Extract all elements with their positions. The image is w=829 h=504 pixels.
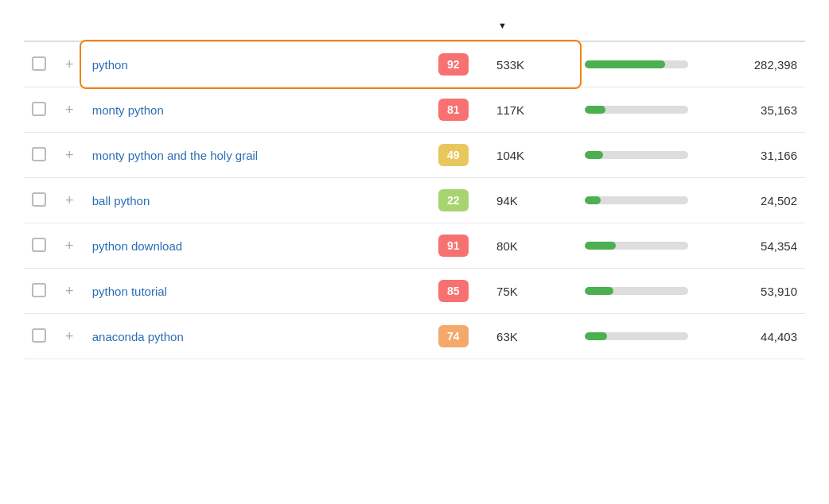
keyword-link[interactable]: python bbox=[92, 58, 128, 72]
header-bar bbox=[577, 8, 718, 41]
row-plus-cell: + bbox=[57, 41, 84, 87]
row-checkbox-cell bbox=[24, 223, 57, 269]
clicks-value: 282,398 bbox=[754, 58, 797, 72]
row-bar-cell bbox=[577, 269, 718, 314]
table-row: + python tutorial 85 75K 53,910 bbox=[24, 269, 805, 314]
volume-bar bbox=[585, 106, 688, 114]
row-volume-cell: 63K bbox=[488, 314, 577, 359]
clicks-value: 44,403 bbox=[761, 330, 797, 343]
checkbox[interactable] bbox=[32, 328, 46, 343]
bar-fill bbox=[585, 151, 603, 159]
row-plus-cell: + bbox=[57, 178, 84, 223]
row-kd-cell: 49 bbox=[418, 133, 488, 178]
row-plus-cell: + bbox=[57, 269, 84, 314]
row-checkbox-cell bbox=[24, 41, 57, 87]
row-kd-cell: 85 bbox=[418, 269, 488, 314]
row-clicks-cell: 44,403 bbox=[717, 314, 805, 359]
keyword-link[interactable]: ball python bbox=[92, 194, 150, 207]
table-body: + python 92 533K 282,398 + monty python bbox=[24, 41, 805, 359]
keyword-link[interactable]: monty python and the holy grail bbox=[92, 149, 258, 162]
plus-icon[interactable]: + bbox=[65, 56, 74, 72]
row-bar-cell bbox=[577, 87, 718, 133]
volume-value: 94K bbox=[496, 194, 518, 207]
table-row: + python 92 533K 282,398 bbox=[24, 41, 805, 87]
volume-value: 80K bbox=[496, 239, 518, 253]
row-bar-cell bbox=[577, 314, 718, 359]
bar-fill bbox=[585, 287, 613, 295]
volume-bar bbox=[585, 332, 688, 340]
row-clicks-cell: 35,163 bbox=[717, 87, 805, 133]
row-checkbox-cell bbox=[24, 133, 57, 178]
header-checkbox-col bbox=[24, 8, 57, 41]
keyword-link[interactable]: anaconda python bbox=[92, 330, 184, 343]
table-header-row: ▼ bbox=[24, 8, 805, 41]
checkbox[interactable] bbox=[32, 147, 46, 161]
checkbox[interactable] bbox=[32, 192, 46, 207]
volume-bar bbox=[585, 287, 688, 295]
row-checkbox-cell bbox=[24, 314, 57, 359]
row-bar-cell bbox=[577, 41, 718, 87]
clicks-value: 53,910 bbox=[761, 285, 797, 298]
row-clicks-cell: 53,910 bbox=[717, 269, 805, 314]
bar-fill bbox=[585, 106, 605, 114]
plus-icon[interactable]: + bbox=[65, 238, 74, 254]
checkbox[interactable] bbox=[32, 56, 46, 71]
clicks-value: 35,163 bbox=[761, 103, 797, 117]
row-volume-cell: 533K bbox=[488, 41, 577, 87]
table-row: + anaconda python 74 63K 44,403 bbox=[24, 314, 805, 359]
row-keyword-cell: ball python bbox=[84, 178, 418, 223]
checkbox[interactable] bbox=[32, 238, 46, 252]
checkbox[interactable] bbox=[32, 102, 46, 116]
row-kd-cell: 22 bbox=[418, 178, 488, 223]
row-kd-cell: 74 bbox=[418, 314, 488, 359]
kd-badge: 49 bbox=[438, 144, 469, 166]
kd-badge: 85 bbox=[438, 280, 469, 302]
volume-value: 117K bbox=[496, 103, 524, 117]
header-plus-col bbox=[57, 8, 84, 41]
row-clicks-cell: 282,398 bbox=[717, 41, 805, 87]
table-row: + ball python 22 94K 24,502 bbox=[24, 178, 805, 223]
clicks-value: 24,502 bbox=[761, 194, 797, 207]
keyword-link[interactable]: python tutorial bbox=[92, 285, 167, 298]
row-kd-cell: 81 bbox=[418, 87, 488, 133]
row-bar-cell bbox=[577, 133, 718, 178]
plus-icon[interactable]: + bbox=[65, 328, 74, 344]
checkbox[interactable] bbox=[32, 283, 46, 297]
table-row: + python download 91 80K 54,354 bbox=[24, 223, 805, 269]
keyword-link[interactable]: monty python bbox=[92, 103, 164, 117]
row-plus-cell: + bbox=[57, 223, 84, 269]
row-bar-cell bbox=[577, 223, 718, 269]
row-clicks-cell: 54,354 bbox=[717, 223, 805, 269]
plus-icon[interactable]: + bbox=[65, 102, 74, 118]
clicks-value: 54,354 bbox=[761, 239, 797, 253]
keyword-link[interactable]: python download bbox=[92, 239, 182, 253]
row-keyword-cell: python bbox=[84, 41, 418, 87]
volume-bar bbox=[585, 151, 688, 159]
header-volume[interactable]: ▼ bbox=[488, 8, 577, 41]
row-volume-cell: 80K bbox=[488, 223, 577, 269]
row-checkbox-cell bbox=[24, 87, 57, 133]
table-wrapper: ▼ + python 92 533K bbox=[24, 8, 805, 359]
row-clicks-cell: 24,502 bbox=[717, 178, 805, 223]
row-volume-cell: 104K bbox=[488, 133, 577, 178]
header-keyword bbox=[84, 8, 418, 41]
sort-arrow-icon: ▼ bbox=[498, 21, 507, 30]
plus-icon[interactable]: + bbox=[65, 283, 74, 299]
header-clicks bbox=[717, 8, 805, 41]
kd-badge: 74 bbox=[438, 325, 469, 347]
row-kd-cell: 92 bbox=[418, 41, 488, 87]
row-plus-cell: + bbox=[57, 133, 84, 178]
row-clicks-cell: 31,166 bbox=[717, 133, 805, 178]
table-row: + monty python and the holy grail 49 104… bbox=[24, 133, 805, 178]
clicks-value: 31,166 bbox=[761, 149, 797, 162]
header-kd[interactable] bbox=[418, 8, 488, 41]
row-kd-cell: 91 bbox=[418, 223, 488, 269]
row-keyword-cell: monty python and the holy grail bbox=[84, 133, 418, 178]
row-volume-cell: 117K bbox=[488, 87, 577, 133]
volume-value: 63K bbox=[496, 330, 518, 343]
plus-icon[interactable]: + bbox=[65, 147, 74, 163]
keyword-table: ▼ + python 92 533K bbox=[24, 8, 805, 359]
bar-fill bbox=[585, 60, 665, 68]
plus-icon[interactable]: + bbox=[65, 192, 74, 208]
kd-badge: 91 bbox=[438, 235, 469, 257]
